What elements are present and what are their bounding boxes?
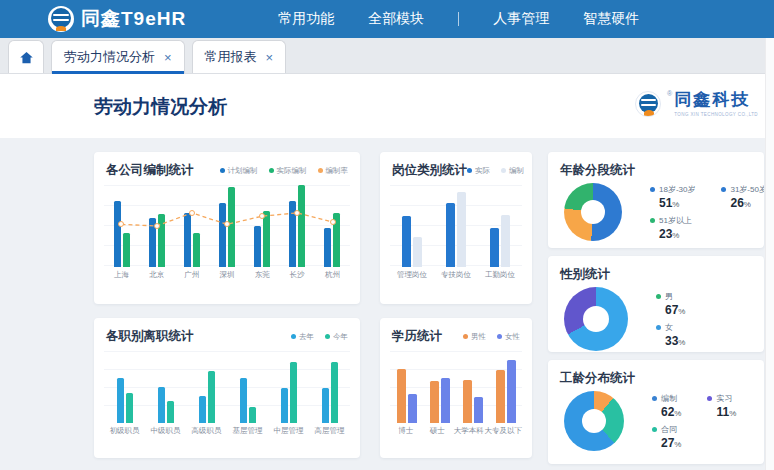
legend-item[interactable]: 女性 [497,332,520,342]
legend-dot-icon [501,168,506,173]
chart-card-gender: 性别统计 男67%女33% [548,256,764,352]
tab-bar: 劳动力情况分析 × 常用报表 × [0,38,774,74]
legend-dot-icon [652,396,657,401]
chart-title: 岗位类别统计 [392,162,467,179]
bar [413,237,422,267]
bar-chart: 博士硕士大学本科大专及以下 [380,347,532,436]
chart-title: 各职别离职统计 [106,328,194,345]
legend-label: 51岁以上 [659,215,692,226]
tab-close-icon[interactable]: × [266,50,274,65]
legend-value: 23% [659,227,695,241]
menu-item-all-modules[interactable]: 全部模块 [368,10,424,28]
legend-value: 67% [665,303,685,317]
chart-legend: 去年今年 [291,332,348,342]
chart-title: 年龄分段统计 [560,162,635,179]
bar [463,380,472,423]
bar-group [117,351,133,423]
page-title: 劳动力情况分析 [94,94,227,120]
bar [441,378,450,423]
legend-item[interactable]: 编制62% [652,393,681,419]
menu-item-common-functions[interactable]: 常用功能 [278,10,334,28]
chart-card-rank-attrition: 各职别离职统计 去年今年 初级职员中级职员高级职员基层管理中层管理高层管理 [94,318,360,458]
x-axis-labels: 初级职员中级职员高级职员基层管理中层管理高层管理 [104,426,350,436]
legend-item[interactable]: 合同27% [652,424,681,450]
bar [158,387,165,423]
x-axis-label: 长沙 [280,270,315,280]
chart-card-company-establishment: 各公司编制统计 计划编制实际编制编制率 上海北京广州深圳东莞长沙杭州 [94,152,360,304]
x-axis-label: 东莞 [245,270,280,280]
legend-item[interactable]: 计划编制 [220,166,258,176]
bar [490,228,499,267]
x-axis-label: 北京 [139,270,174,280]
bar-group [281,351,297,423]
legend-dot-icon [467,168,472,173]
legend-value: 26% [730,196,764,210]
company-subtitle: TONG XIN TECHNOLOGY CO.,LTD [674,112,758,117]
bar [322,388,329,423]
legend-item[interactable]: 实际编制 [269,166,307,176]
tab-common-reports[interactable]: 常用报表 × [192,40,287,73]
legend-item[interactable]: 31岁-50岁26% [721,184,764,210]
bar-group [430,351,450,423]
bar [281,388,288,423]
x-axis-label: 管理岗位 [390,270,434,280]
legend-label: 实际编制 [277,166,307,176]
legend-item[interactable]: 编制 [501,166,524,176]
donut-ring [564,391,624,451]
legend-value: 11% [716,405,736,419]
chart-title: 工龄分布统计 [560,370,635,387]
donut-chart: 18岁-30岁51%31岁-50岁26%51岁以上23% [548,181,764,241]
bar-chart: 初级职员中级职员高级职员基层管理中层管理高层管理 [94,347,360,436]
bar [496,370,505,423]
bar [240,378,247,423]
x-axis-label: 大专及以下 [485,426,523,436]
tab-close-icon[interactable]: × [164,50,172,65]
chart-card-post-category: 岗位类别统计 实际编制 管理岗位专技岗位工勤岗位 [380,152,532,304]
donut-hole [581,200,605,224]
legend-dot-icon [656,294,661,299]
legend-item[interactable]: 实际 [467,166,490,176]
legend-item[interactable]: 实习11% [707,393,736,419]
bar [430,381,439,423]
app-brand[interactable]: 同鑫T9eHR [48,6,186,32]
tab-workforce-analysis[interactable]: 劳动力情况分析 × [51,40,185,73]
bar [117,378,124,423]
legend-item[interactable]: 男性 [463,332,486,342]
bar-group [490,185,510,267]
legend-item[interactable]: 18岁-30岁51% [650,184,695,210]
bar [331,362,338,423]
legend-item[interactable]: 编制率 [318,166,349,176]
x-axis-labels: 博士硕士大学本科大专及以下 [390,426,522,436]
legend-item[interactable]: 今年 [325,332,348,342]
menu-divider [458,12,459,26]
bar-line-chart: 上海北京广州深圳东莞长沙杭州 [94,181,360,280]
chart-legend: 实际编制 [467,166,524,176]
legend-item[interactable]: 男67% [656,291,685,317]
menu-item-hr-management[interactable]: 人事管理 [493,10,549,28]
bar-plot [390,351,522,423]
legend-item[interactable]: 女33% [656,322,685,348]
legend-label: 实际 [475,166,490,176]
legend-item[interactable]: 去年 [291,332,314,342]
donut-legend: 男67%女33% [656,291,685,348]
legend-label: 编制 [661,393,677,404]
menu-item-smart-hardware[interactable]: 智慧硬件 [583,10,639,28]
top-navbar: 同鑫T9eHR 常用功能 全部模块 人事管理 智慧硬件 [0,0,774,38]
brand-logo-icon [48,6,74,32]
vertical-scrollbar[interactable] [765,38,774,470]
legend-value: 27% [661,436,681,450]
tab-label: 劳动力情况分析 [64,48,155,66]
legend-item[interactable]: 51岁以上23% [650,215,695,241]
brand-name: 同鑫T9eHR [81,6,186,32]
bar-plot [390,185,522,267]
home-tab[interactable] [8,40,44,73]
donut-ring [564,287,628,351]
legend-dot-icon [291,334,296,339]
legend-label: 女 [665,322,673,333]
x-axis-label: 工勤岗位 [478,270,522,280]
bar-group [402,185,422,267]
chart-legend: 计划编制实际编制编制率 [220,166,349,176]
legend-label: 今年 [333,332,348,342]
x-axis-labels: 上海北京广州深圳东莞长沙杭州 [104,270,350,280]
legend-dot-icon [220,168,225,173]
